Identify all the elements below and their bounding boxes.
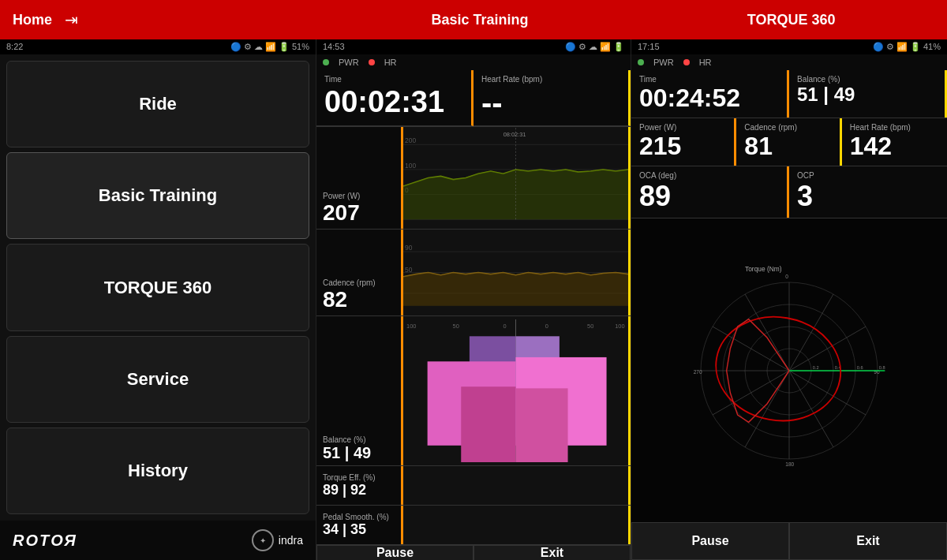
svg-text:0: 0 bbox=[503, 323, 507, 330]
hr-label-right: HR bbox=[699, 58, 712, 67]
t-time-label: Time bbox=[639, 75, 779, 84]
nav-buttons: Ride Basic Training TORQUE 360 Service H… bbox=[0, 54, 316, 521]
cadence-left: Cadence (rpm) 82 bbox=[316, 230, 403, 315]
balance-section: Balance (%) 51 | 49 100 50 0 0 50 100 bbox=[316, 316, 631, 545]
torque-eff-chart bbox=[403, 466, 631, 505]
indra-logo: ✦ indra bbox=[252, 529, 303, 551]
pedal-smooth-label: Pedal Smooth. (%) bbox=[323, 513, 395, 521]
pause-button-mid[interactable]: Pause bbox=[316, 545, 474, 560]
svg-text:100: 100 bbox=[615, 323, 624, 330]
svg-point-49 bbox=[708, 307, 849, 430]
middle-panel: 14:53 🔵 ⚙ ☁ 📶 🔋 PWR HR Time 00:02:31 Hea… bbox=[316, 39, 631, 560]
pause-button-right[interactable]: Pause bbox=[631, 522, 789, 560]
t-hr-label: Heart Rate (bpm) bbox=[850, 123, 939, 132]
hr-value: -- bbox=[481, 85, 620, 121]
bottom-logos: ROTОЯ ✦ indra bbox=[0, 521, 316, 560]
main-content: 8:22 🔵 ⚙ ☁ 📶 🔋 51% Ride Basic Training T… bbox=[0, 39, 947, 560]
status-bar-mid: 14:53 🔵 ⚙ ☁ 📶 🔋 bbox=[316, 39, 631, 54]
left-time: 8:22 bbox=[6, 42, 23, 52]
basic-training-title: Basic Training bbox=[431, 12, 528, 28]
torque-eff-value: 89 | 92 bbox=[323, 482, 395, 498]
hr-label: HR bbox=[384, 58, 397, 67]
home-label[interactable]: Home bbox=[13, 12, 52, 28]
svg-text:50: 50 bbox=[587, 323, 593, 330]
pedal-smooth-value: 34 | 35 bbox=[323, 521, 395, 538]
ride-button[interactable]: Ride bbox=[6, 61, 309, 147]
torque-eff-row: Torque Eff. (%) 89 | 92 bbox=[316, 466, 631, 506]
top-bar: Home ⇥ Basic Training TORQUE 360 bbox=[0, 0, 947, 39]
service-button[interactable]: Service bbox=[6, 336, 309, 423]
balance-value: 51 | 49 bbox=[323, 444, 395, 462]
hr-cell: Heart Rate (bpm) -- bbox=[474, 70, 631, 126]
time-label: Time bbox=[324, 75, 463, 84]
cadence-svg: 90 50 bbox=[403, 230, 628, 315]
svg-text:180: 180 bbox=[785, 461, 794, 467]
basic-training-button[interactable]: Basic Training bbox=[6, 152, 309, 239]
history-button[interactable]: History bbox=[6, 427, 309, 514]
exit-button-mid[interactable]: Exit bbox=[474, 545, 631, 560]
svg-text:50: 50 bbox=[453, 323, 459, 330]
t-time-cell: Time 00:24:52 bbox=[631, 70, 789, 118]
svg-text:0.2: 0.2 bbox=[813, 365, 819, 370]
hr-label2: Heart Rate (bpm) bbox=[481, 75, 620, 84]
power-chart-row: Power (W) 207 200 100 0 bbox=[316, 127, 631, 230]
balance-row: Balance (%) 51 | 49 100 50 0 0 50 100 bbox=[316, 316, 631, 466]
t-oca-cell: OCA (deg) 89 bbox=[631, 166, 789, 218]
torque-row1: Time 00:24:52 Balance (%) 51 | 49 bbox=[631, 70, 947, 118]
pwr-label: PWR bbox=[339, 58, 359, 67]
torque360-title: TORQUE 360 bbox=[747, 12, 836, 28]
svg-text:0.8: 0.8 bbox=[879, 365, 885, 370]
t-oca-value: 89 bbox=[639, 180, 779, 213]
status-bar-right: 17:15 🔵 ⚙ 📶 🔋 41% bbox=[631, 39, 947, 54]
status-bar-left: 8:22 🔵 ⚙ ☁ 📶 🔋 51% bbox=[0, 39, 316, 54]
exit-icon[interactable]: ⇥ bbox=[65, 10, 78, 29]
t-cadence-cell: Cadence (rpm) 81 bbox=[736, 118, 841, 166]
indra-icon: ✦ bbox=[252, 529, 274, 551]
right-icons: 🔵 ⚙ 📶 🔋 41% bbox=[873, 42, 941, 52]
balance-chart-area: 100 50 0 0 50 100 bbox=[403, 316, 631, 465]
pedal-smooth-chart bbox=[403, 506, 631, 544]
torque360-button[interactable]: TORQUE 360 bbox=[6, 244, 309, 330]
balance-svg: 100 50 0 0 50 100 bbox=[406, 319, 625, 462]
svg-text:0: 0 bbox=[545, 323, 548, 330]
left-icons: 🔵 ⚙ ☁ 📶 🔋 51% bbox=[230, 42, 309, 52]
right-time: 17:15 bbox=[638, 42, 660, 52]
indra-label: indra bbox=[279, 534, 303, 547]
power-value: 207 bbox=[323, 200, 395, 226]
svg-text:90: 90 bbox=[405, 244, 413, 252]
power-chart-area: 200 100 0 08:02:31 bbox=[403, 127, 631, 229]
svg-marker-15 bbox=[403, 273, 628, 306]
t-ocp-value: 3 bbox=[797, 180, 939, 213]
pwr-label-right: PWR bbox=[653, 58, 674, 67]
balance-label: Balance (%) bbox=[323, 435, 395, 444]
torque-row3: OCA (deg) 89 OCP 3 bbox=[631, 166, 947, 218]
torque-chart-area: Torque (Nm) 0 90 180 270 0.2 bbox=[631, 218, 947, 522]
cadence-label: Cadence (rpm) bbox=[323, 278, 395, 287]
t-cadence-label: Cadence (rpm) bbox=[744, 123, 831, 132]
pwr-dot bbox=[323, 59, 329, 65]
middle-title-section: Basic Training bbox=[324, 12, 636, 28]
svg-text:50: 50 bbox=[405, 267, 413, 274]
exit-button-right[interactable]: Exit bbox=[789, 522, 947, 560]
left-panel: 8:22 🔵 ⚙ ☁ 📶 🔋 51% Ride Basic Training T… bbox=[0, 39, 316, 560]
cadence-value: 82 bbox=[323, 287, 395, 312]
svg-text:100: 100 bbox=[406, 323, 416, 330]
t-balance-cell: Balance (%) 51 | 49 bbox=[789, 70, 947, 118]
hr-dot-right bbox=[683, 59, 690, 65]
power-svg: 200 100 0 08:02:31 bbox=[403, 127, 628, 229]
pwr-hr-bar-right: PWR HR bbox=[631, 54, 947, 70]
right-title-section: TORQUE 360 bbox=[635, 12, 947, 28]
home-section: Home ⇥ bbox=[0, 10, 324, 29]
svg-text:200: 200 bbox=[405, 136, 416, 144]
pedal-smooth-left: Pedal Smooth. (%) 34 | 35 bbox=[316, 506, 403, 544]
bottom-buttons-mid: Pause Exit bbox=[316, 545, 631, 560]
mid-time: 14:53 bbox=[323, 42, 345, 52]
pwr-dot-right bbox=[638, 59, 644, 65]
t-cadence-value: 81 bbox=[744, 132, 831, 161]
svg-text:270: 270 bbox=[694, 368, 702, 374]
rotor-logo: ROTОЯ bbox=[13, 532, 77, 550]
pwr-hr-bar: PWR HR bbox=[316, 54, 631, 70]
time-value: 00:02:31 bbox=[324, 85, 463, 119]
svg-text:0.6: 0.6 bbox=[857, 365, 863, 370]
cadence-chart-area: 90 50 bbox=[403, 230, 631, 315]
